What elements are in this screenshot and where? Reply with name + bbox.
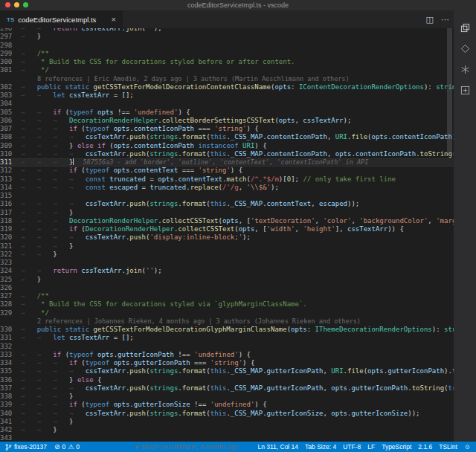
line-number[interactable]: 339 [0,401,21,409]
code-line[interactable]: 312→ → → if (typeof opts.contentText ===… [0,167,454,175]
line-number[interactable]: 302 [0,83,21,91]
close-tab-icon[interactable]: × [112,16,116,24]
code-line[interactable]: 315 [0,192,454,200]
line-number[interactable]: 334 [0,359,21,367]
feedback-smiley-icon[interactable]: ☺ [464,444,471,451]
line-number[interactable]: 336 [0,376,21,384]
extensions-icon[interactable] [460,85,470,95]
line-number[interactable]: 330 [0,326,21,334]
line-number[interactable]: 303 [0,91,21,100]
code-line[interactable]: 307→ → → if (typeof opts.contentIconPath… [0,125,454,133]
gitlens-blame-status[interactable]: ∗ Martin Aeschlimann, 8 months ago [133,443,238,451]
line-number[interactable]: 338 [0,393,21,401]
eol-status[interactable]: LF [367,443,375,451]
cursor-position-status[interactable]: Ln 311, Col 14 [257,443,298,451]
code-line[interactable]: 340→ → → → cssTextArr.push(strings.forma… [0,410,454,418]
typescript-version-status[interactable]: 2.1.6 [418,443,432,451]
code-line[interactable]: 300→ * Build the CSS for decorations sty… [0,58,454,66]
code-line[interactable]: 324→ → return cssTextArr.join(''); [0,267,454,275]
line-number[interactable]: 327 [0,292,21,300]
codelens-row[interactable]: 8 references | Eric Amodio, 2 days ago |… [0,75,454,83]
line-number[interactable]: 304 [0,100,21,108]
vertical-scrollbar[interactable] [447,28,452,155]
code-line[interactable]: 334→ → → if (typeof opts.gutterIconPath … [0,359,454,367]
code-line[interactable]: 314→ → → → const escaped = truncated.rep… [0,184,454,192]
code-line[interactable]: 321→ → → } [0,242,454,251]
line-number[interactable]: 308 [0,133,21,141]
code-line[interactable]: 335→ → → → cssTextArr.push(strings.forma… [0,367,454,375]
line-number[interactable]: 300 [0,58,21,66]
code-line[interactable]: 319→ → → if (DecorationRenderHelper.coll… [0,225,454,233]
code-line[interactable]: 302→ public static getCSSTextForModelDec… [0,83,454,91]
line-number[interactable]: 326 [0,284,21,292]
line-number[interactable]: 323 [0,259,21,267]
zoom-window-button[interactable] [23,2,28,7]
line-number[interactable] [0,317,21,326]
code-line[interactable]: 298 [0,42,454,50]
line-number[interactable]: 324 [0,267,21,275]
code-line[interactable]: 322→ → } [0,251,454,259]
line-number[interactable]: 305 [0,109,21,117]
code-line[interactable]: 311→ → → }587556a3 - add 'border', 'outl… [0,158,454,167]
line-number[interactable]: 307 [0,125,21,133]
line-number[interactable]: 318 [0,217,21,225]
code-line[interactable]: 328→ * Build the CSS for decorations sty… [0,300,454,309]
line-number[interactable]: 320 [0,233,21,242]
split-editor-icon[interactable]: ◫ [426,15,434,25]
line-number[interactable]: 317 [0,209,21,217]
line-number[interactable]: 342 [0,426,21,434]
code-editor[interactable]: 296→ → return cssTextArr.join('');297→ }… [0,28,454,442]
code-line[interactable]: 343 [0,434,454,442]
code-line[interactable]: 305→ → if (typeof opts !== 'undefined') … [0,109,454,117]
close-window-button[interactable] [5,2,10,7]
line-number[interactable]: 331 [0,334,21,342]
code-line[interactable]: 338→ → → } [0,393,454,401]
code-line[interactable]: 303→ → let cssTextArr = []; [0,91,454,100]
code-line[interactable]: 299→ /** [0,50,454,58]
code-line[interactable]: 327→ /** [0,292,454,300]
encoding-status[interactable]: UTF-8 [343,443,361,451]
code-line[interactable]: 341→ → → } [0,418,454,426]
code-line[interactable]: 333→ → if (typeof opts.gutterIconPath !=… [0,351,454,359]
language-mode-status[interactable]: TypeScript [382,443,411,451]
copy-icon[interactable] [460,22,470,33]
code-line[interactable]: 306→ → → DecorationRenderHelper.collectB… [0,117,454,125]
code-line[interactable]: 326 [0,284,454,292]
line-number[interactable]: 301 [0,66,21,74]
line-number[interactable]: 337 [0,384,21,393]
line-number[interactable]: 341 [0,418,21,426]
line-number[interactable]: 328 [0,300,21,309]
line-number[interactable]: 306 [0,117,21,125]
line-number[interactable]: 340 [0,410,21,418]
line-number[interactable]: 319 [0,225,21,233]
git-branch-indicator[interactable]: fixes-20137 [5,443,47,451]
line-number[interactable]: 311 [0,158,21,167]
line-number[interactable]: 325 [0,276,21,284]
line-number[interactable]: 310 [0,150,21,158]
problems-indicator[interactable]: ⊘ 0 ⚠ 0 [54,443,80,451]
line-number[interactable]: 332 [0,343,21,351]
code-line[interactable]: 329→ */ [0,309,454,317]
line-number[interactable]: 297 [0,33,21,41]
code-line[interactable]: 339→ → → if (typeof opts.gutterIconSize … [0,401,454,409]
diamond-icon[interactable] [460,43,470,54]
line-number[interactable]: 343 [0,434,21,442]
code-line[interactable]: 318→ → → DecorationRenderHelper.collectC… [0,217,454,225]
code-line[interactable]: 330→ public static getCSSTextForModelDec… [0,326,454,334]
code-line[interactable]: 313→ → → → const truncated = opts.conten… [0,175,454,184]
code-line[interactable]: 336→ → → } else { [0,376,454,384]
line-number[interactable]: 322 [0,251,21,259]
code-line[interactable]: 323 [0,259,454,267]
more-actions-icon[interactable]: ⋯ [441,15,449,25]
tab-codeEditorServiceImpl[interactable]: TS codeEditorServiceImpl.ts × [0,10,123,28]
indentation-status[interactable]: Tab Size: 4 [305,443,336,451]
code-line[interactable]: 331→ → let cssTextArr = []; [0,334,454,342]
code-line[interactable]: 309→ → → } else if (opts.contentIconPath… [0,142,454,150]
tslint-status[interactable]: TSLint [439,443,457,451]
line-number[interactable]: 315 [0,192,21,200]
code-line[interactable]: 316→ → → → cssTextArr.push(strings.forma… [0,200,454,208]
line-number[interactable]: 329 [0,309,21,317]
code-line[interactable]: 301→ */ [0,66,454,74]
line-number[interactable]: 333 [0,351,21,359]
code-line[interactable]: 332 [0,343,454,351]
